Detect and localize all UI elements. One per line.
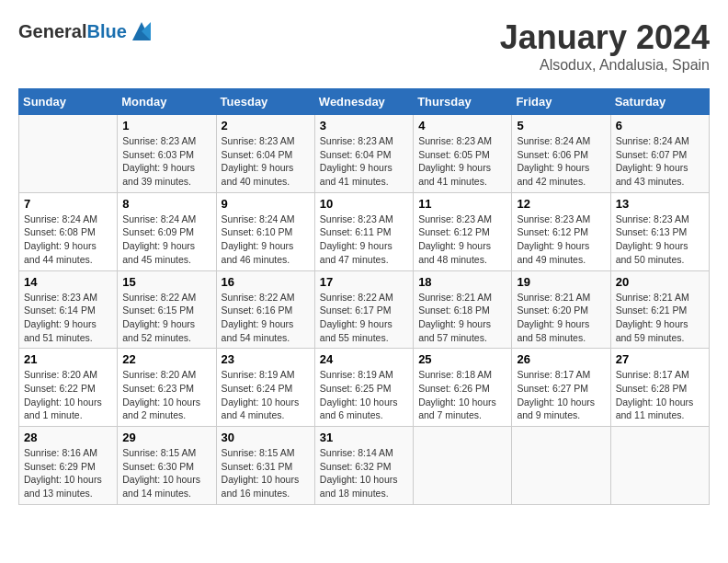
calendar-cell bbox=[512, 427, 610, 505]
day-info: Sunrise: 8:23 AMSunset: 6:12 PMDaylight:… bbox=[418, 213, 506, 267]
calendar-cell: 14Sunrise: 8:23 AMSunset: 6:14 PMDayligh… bbox=[19, 270, 118, 349]
day-number: 2 bbox=[222, 119, 310, 132]
calendar-cell: 28Sunrise: 8:16 AMSunset: 6:29 PMDayligh… bbox=[19, 427, 118, 505]
day-info: Sunrise: 8:22 AMSunset: 6:17 PMDaylight:… bbox=[320, 291, 408, 345]
day-number: 9 bbox=[222, 197, 310, 211]
day-info: Sunrise: 8:18 AMSunset: 6:26 PMDaylight:… bbox=[418, 368, 506, 422]
calendar-cell: 13Sunrise: 8:23 AMSunset: 6:13 PMDayligh… bbox=[610, 192, 709, 270]
day-info: Sunrise: 8:23 AMSunset: 6:13 PMDaylight:… bbox=[616, 213, 704, 267]
day-number: 23 bbox=[222, 352, 310, 366]
day-number: 8 bbox=[122, 197, 210, 211]
day-info: Sunrise: 8:23 AMSunset: 6:04 PMDaylight:… bbox=[222, 134, 310, 189]
day-number: 27 bbox=[616, 352, 704, 366]
day-info: Sunrise: 8:19 AMSunset: 6:25 PMDaylight:… bbox=[320, 368, 408, 422]
day-info: Sunrise: 8:19 AMSunset: 6:24 PMDaylight:… bbox=[222, 368, 310, 422]
calendar-header-row: SundayMondayTuesdayWednesdayThursdayFrid… bbox=[19, 89, 710, 115]
calendar-cell bbox=[414, 427, 512, 505]
day-number: 20 bbox=[616, 275, 704, 289]
calendar-cell: 24Sunrise: 8:19 AMSunset: 6:25 PMDayligh… bbox=[314, 349, 413, 427]
header-day-friday: Friday bbox=[512, 89, 610, 115]
logo-blue: Blue bbox=[86, 21, 126, 41]
day-number: 26 bbox=[517, 352, 605, 366]
calendar-cell bbox=[19, 115, 118, 193]
calendar-cell: 6Sunrise: 8:24 AMSunset: 6:07 PMDaylight… bbox=[610, 115, 709, 193]
day-number: 17 bbox=[320, 275, 408, 289]
calendar-cell: 10Sunrise: 8:23 AMSunset: 6:11 PMDayligh… bbox=[314, 192, 413, 270]
calendar-cell: 12Sunrise: 8:23 AMSunset: 6:12 PMDayligh… bbox=[512, 192, 610, 270]
header-day-thursday: Thursday bbox=[414, 89, 512, 115]
day-number: 14 bbox=[24, 275, 112, 289]
day-info: Sunrise: 8:24 AMSunset: 6:09 PMDaylight:… bbox=[122, 213, 210, 267]
day-number: 30 bbox=[222, 431, 310, 444]
title-block: January 2024 Alsodux, Andalusia, Spain bbox=[500, 18, 710, 74]
day-info: Sunrise: 8:24 AMSunset: 6:08 PMDaylight:… bbox=[24, 213, 112, 267]
day-number: 22 bbox=[122, 352, 210, 366]
calendar-cell: 4Sunrise: 8:23 AMSunset: 6:05 PMDaylight… bbox=[414, 115, 512, 193]
logo-general: General bbox=[18, 21, 86, 41]
day-number: 4 bbox=[418, 119, 506, 132]
day-info: Sunrise: 8:17 AMSunset: 6:28 PMDaylight:… bbox=[616, 368, 704, 422]
calendar-week-row: 21Sunrise: 8:20 AMSunset: 6:22 PMDayligh… bbox=[19, 349, 710, 427]
logo-icon bbox=[129, 18, 154, 44]
day-info: Sunrise: 8:24 AMSunset: 6:07 PMDaylight:… bbox=[616, 134, 704, 189]
day-info: Sunrise: 8:23 AMSunset: 6:03 PMDaylight:… bbox=[122, 134, 210, 189]
day-info: Sunrise: 8:23 AMSunset: 6:05 PMDaylight:… bbox=[418, 134, 506, 189]
day-number: 16 bbox=[222, 275, 310, 289]
calendar-cell: 17Sunrise: 8:22 AMSunset: 6:17 PMDayligh… bbox=[314, 270, 413, 349]
calendar-cell: 18Sunrise: 8:21 AMSunset: 6:18 PMDayligh… bbox=[414, 270, 512, 349]
calendar-cell: 29Sunrise: 8:15 AMSunset: 6:30 PMDayligh… bbox=[118, 427, 216, 505]
day-number: 13 bbox=[616, 197, 704, 211]
day-number: 24 bbox=[320, 352, 408, 366]
day-info: Sunrise: 8:23 AMSunset: 6:12 PMDaylight:… bbox=[517, 213, 605, 267]
day-info: Sunrise: 8:21 AMSunset: 6:20 PMDaylight:… bbox=[517, 291, 605, 345]
header-day-monday: Monday bbox=[118, 89, 216, 115]
header-day-sunday: Sunday bbox=[19, 89, 118, 115]
day-number: 10 bbox=[320, 197, 408, 211]
calendar-cell: 25Sunrise: 8:18 AMSunset: 6:26 PMDayligh… bbox=[414, 349, 512, 427]
day-info: Sunrise: 8:24 AMSunset: 6:06 PMDaylight:… bbox=[517, 134, 605, 189]
calendar-cell: 31Sunrise: 8:14 AMSunset: 6:32 PMDayligh… bbox=[314, 427, 413, 505]
location-title: Alsodux, Andalusia, Spain bbox=[500, 57, 710, 74]
day-number: 11 bbox=[418, 197, 506, 211]
calendar-cell: 21Sunrise: 8:20 AMSunset: 6:22 PMDayligh… bbox=[19, 349, 118, 427]
calendar-cell: 7Sunrise: 8:24 AMSunset: 6:08 PMDaylight… bbox=[19, 192, 118, 270]
day-info: Sunrise: 8:20 AMSunset: 6:22 PMDaylight:… bbox=[24, 368, 112, 422]
calendar-week-row: 1Sunrise: 8:23 AMSunset: 6:03 PMDaylight… bbox=[19, 115, 710, 193]
calendar-cell: 19Sunrise: 8:21 AMSunset: 6:20 PMDayligh… bbox=[512, 270, 610, 349]
day-number: 3 bbox=[320, 119, 408, 132]
day-number: 15 bbox=[122, 275, 210, 289]
day-info: Sunrise: 8:24 AMSunset: 6:10 PMDaylight:… bbox=[222, 213, 310, 267]
header-day-saturday: Saturday bbox=[610, 89, 709, 115]
day-info: Sunrise: 8:23 AMSunset: 6:14 PMDaylight:… bbox=[24, 291, 112, 345]
calendar-cell: 8Sunrise: 8:24 AMSunset: 6:09 PMDaylight… bbox=[118, 192, 216, 270]
calendar-cell bbox=[610, 427, 709, 505]
calendar-table: SundayMondayTuesdayWednesdayThursdayFrid… bbox=[18, 88, 710, 505]
calendar-cell: 3Sunrise: 8:23 AMSunset: 6:04 PMDaylight… bbox=[314, 115, 413, 193]
calendar-week-row: 28Sunrise: 8:16 AMSunset: 6:29 PMDayligh… bbox=[19, 427, 710, 505]
calendar-week-row: 14Sunrise: 8:23 AMSunset: 6:14 PMDayligh… bbox=[19, 270, 710, 349]
day-info: Sunrise: 8:22 AMSunset: 6:15 PMDaylight:… bbox=[122, 291, 210, 345]
calendar-cell: 22Sunrise: 8:20 AMSunset: 6:23 PMDayligh… bbox=[118, 349, 216, 427]
day-info: Sunrise: 8:22 AMSunset: 6:16 PMDaylight:… bbox=[222, 291, 310, 345]
logo-text: GeneralBlue bbox=[18, 21, 127, 42]
day-number: 25 bbox=[418, 352, 506, 366]
header-day-tuesday: Tuesday bbox=[216, 89, 314, 115]
calendar-cell: 15Sunrise: 8:22 AMSunset: 6:15 PMDayligh… bbox=[118, 270, 216, 349]
day-number: 12 bbox=[517, 197, 605, 211]
day-info: Sunrise: 8:23 AMSunset: 6:04 PMDaylight:… bbox=[320, 134, 408, 189]
day-number: 5 bbox=[517, 119, 605, 132]
day-number: 29 bbox=[122, 431, 210, 444]
day-info: Sunrise: 8:21 AMSunset: 6:21 PMDaylight:… bbox=[616, 291, 704, 345]
calendar-week-row: 7Sunrise: 8:24 AMSunset: 6:08 PMDaylight… bbox=[19, 192, 710, 270]
calendar-cell: 5Sunrise: 8:24 AMSunset: 6:06 PMDaylight… bbox=[512, 115, 610, 193]
day-info: Sunrise: 8:21 AMSunset: 6:18 PMDaylight:… bbox=[418, 291, 506, 345]
day-info: Sunrise: 8:17 AMSunset: 6:27 PMDaylight:… bbox=[517, 368, 605, 422]
day-info: Sunrise: 8:20 AMSunset: 6:23 PMDaylight:… bbox=[122, 368, 210, 422]
day-number: 21 bbox=[24, 352, 112, 366]
calendar-cell: 2Sunrise: 8:23 AMSunset: 6:04 PMDaylight… bbox=[216, 115, 314, 193]
logo: GeneralBlue bbox=[18, 18, 154, 44]
calendar-cell: 30Sunrise: 8:15 AMSunset: 6:31 PMDayligh… bbox=[216, 427, 314, 505]
day-number: 1 bbox=[122, 119, 210, 132]
day-number: 28 bbox=[24, 431, 112, 444]
header-day-wednesday: Wednesday bbox=[314, 89, 413, 115]
